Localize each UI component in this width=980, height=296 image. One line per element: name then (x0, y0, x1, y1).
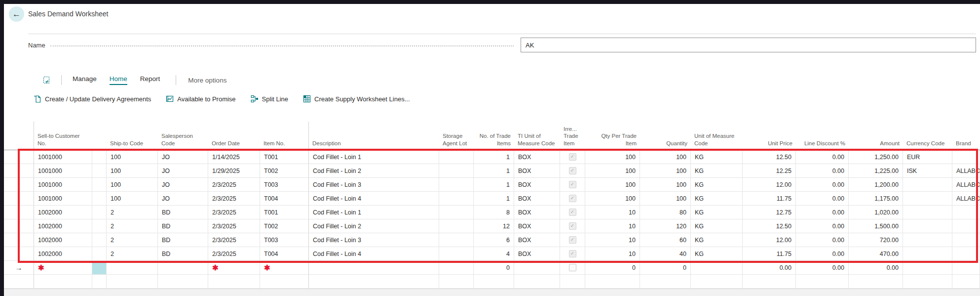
cell-quantity[interactable]: 100 (640, 164, 691, 177)
cell-sell-to-customer-no[interactable]: ✱ (34, 261, 92, 274)
cell-brand[interactable]: ALLABO (952, 164, 980, 177)
cell-irrevocable-trade-item[interactable] (560, 261, 585, 274)
cell-ship-to-code[interactable]: 2 (107, 219, 158, 233)
cell-unit-price[interactable]: 12.50 (743, 219, 796, 233)
cell-ti-unit-of-measure-code[interactable]: BOX (514, 219, 560, 233)
cell-quantity[interactable]: 60 (640, 233, 691, 247)
cell-irrevocable-trade-item[interactable]: ✓ (560, 192, 585, 205)
cell-irrevocable-trade-item[interactable]: ✓ (560, 206, 585, 219)
cell-storage-agent-lot[interactable] (439, 192, 474, 205)
cell-order-date[interactable]: 1/14/2025 (208, 150, 260, 164)
column-header-currency-code[interactable]: Currency Code (903, 122, 952, 150)
cell-storage-agent-lot[interactable] (439, 164, 474, 177)
cell-amount[interactable]: 1,225.00 (849, 164, 903, 177)
cell-quantity[interactable]: 0 (640, 261, 691, 274)
irrevocable-trade-item-checkbox[interactable]: ✓ (569, 250, 576, 257)
cell-unit-price[interactable]: 12.75 (743, 206, 796, 219)
cell-qty-per-trade-item[interactable]: 10 (585, 247, 640, 260)
cell-no-of-trade-items[interactable]: 0 (474, 261, 514, 274)
cell-item-no[interactable]: T004 (260, 247, 309, 260)
cell-irrevocable-trade-item[interactable]: ✓ (560, 164, 585, 177)
cell-description[interactable]: Cod Fillet - Loin 3 (309, 178, 439, 191)
cell-amount[interactable]: 1,200.00 (849, 178, 903, 191)
cell-unit-of-measure-code[interactable]: KG (691, 150, 743, 164)
column-header-item-no[interactable]: Item No. (260, 122, 309, 150)
column-header-ti-unit-of-measure-code[interactable]: TI Unit of Measure Code (514, 122, 560, 150)
cell-quantity[interactable]: 40 (640, 247, 691, 260)
cell-ti-unit-of-measure-code[interactable]: BOX (514, 247, 560, 260)
cell-order-date[interactable]: 1/29/2025 (208, 164, 260, 177)
cell-ship-to-code[interactable]: 100 (107, 150, 158, 164)
column-header-unit-of-measure-code[interactable]: Unit of Measure Code (691, 122, 743, 150)
cell-sell-to-customer-no[interactable]: 1002000 (34, 247, 92, 260)
cell-storage-agent-lot[interactable] (439, 178, 474, 191)
cell-ti-unit-of-measure-code[interactable]: BOX (514, 192, 560, 205)
cell-quantity[interactable]: 80 (640, 206, 691, 219)
cell-amount[interactable]: 470.00 (849, 247, 903, 260)
create-update-delivery-agreements-button[interactable]: Create / Update Delivery Agreements (34, 95, 151, 103)
cell-sell-to-customer-no[interactable]: 1001000 (34, 178, 92, 191)
cell-description[interactable]: Cod Fillet - Loin 3 (309, 233, 439, 247)
irrevocable-trade-item-checkbox[interactable]: ✓ (569, 236, 576, 244)
cell-line-discount-pct[interactable]: 0.00 (796, 164, 849, 177)
cell-amount[interactable]: 1,500.00 (849, 219, 903, 233)
tab-manage[interactable]: Manage (73, 75, 97, 85)
cell-no-of-trade-items[interactable]: 1 (474, 164, 514, 177)
cell-description[interactable]: Cod Fillet - Loin 2 (309, 164, 439, 177)
irrevocable-trade-item-checkbox[interactable]: ✓ (569, 181, 576, 188)
cell-description[interactable]: Cod Fillet - Loin 4 (309, 192, 439, 205)
cell-line-discount-pct[interactable]: 0.00 (796, 206, 849, 219)
cell-no-of-trade-items[interactable]: 1 (474, 150, 514, 164)
cell-line-discount-pct[interactable]: 0.00 (796, 247, 849, 260)
cell-quantity[interactable]: 100 (640, 178, 691, 191)
cell-sell-to-customer-no[interactable]: 1002000 (34, 206, 92, 219)
cell-quantity[interactable]: 100 (640, 150, 691, 164)
cell-currency-code[interactable] (903, 192, 952, 205)
column-header-irrevocable-trade-item[interactable]: Irre... Trade Item (560, 122, 585, 150)
cell-row-selector[interactable] (4, 206, 34, 219)
cell-unit-of-measure-code[interactable]: KG (691, 219, 743, 233)
column-header-description[interactable]: Description (309, 122, 439, 150)
cell-irrevocable-trade-item[interactable]: ✓ (560, 233, 585, 247)
cell-amount[interactable]: 0.00 (849, 261, 903, 274)
cell-indicator[interactable] (92, 178, 107, 191)
cell-ship-to-code[interactable] (107, 261, 158, 274)
cell-brand[interactable] (952, 219, 980, 233)
cell-sell-to-customer-no[interactable]: 1002000 (34, 219, 92, 233)
cell-qty-per-trade-item[interactable]: 100 (585, 150, 640, 164)
cell-sell-to-customer-no[interactable]: 1001000 (34, 192, 92, 205)
focused-cell[interactable] (92, 261, 107, 274)
cell-line-discount-pct[interactable]: 0.00 (796, 233, 849, 247)
cell-row-selector[interactable] (4, 164, 34, 177)
cell-item-no[interactable]: T003 (260, 178, 309, 191)
cell-item-no[interactable]: ✱ (260, 261, 309, 274)
cell-unit-of-measure-code[interactable]: KG (691, 233, 743, 247)
cell-item-no[interactable]: T001 (260, 150, 309, 164)
cell-line-discount-pct[interactable]: 0.00 (796, 150, 849, 164)
cell-item-no[interactable]: T001 (260, 206, 309, 219)
cell-brand[interactable] (952, 247, 980, 260)
cell-description[interactable] (309, 261, 439, 274)
cell-item-no[interactable]: T003 (260, 233, 309, 247)
cell-unit-of-measure-code[interactable]: KG (691, 206, 743, 219)
tab-report[interactable]: Report (140, 75, 160, 85)
cell-item-no[interactable]: T002 (260, 164, 309, 177)
cell-unit-of-measure-code[interactable]: KG (691, 247, 743, 260)
cell-ship-to-code[interactable]: 2 (107, 233, 158, 247)
irrevocable-trade-item-checkbox[interactable]: ✓ (569, 195, 576, 202)
cell-unit-price[interactable]: 12.25 (743, 164, 796, 177)
irrevocable-trade-item-checkbox[interactable]: ✓ (569, 209, 576, 216)
cell-no-of-trade-items[interactable]: 1 (474, 178, 514, 191)
cell-amount[interactable]: 1,175.00 (849, 192, 903, 205)
cell-currency-code[interactable]: EUR (903, 150, 952, 164)
column-header-sell-to-customer-no[interactable]: Sell-to Customer No. (34, 122, 92, 150)
cell-qty-per-trade-item[interactable]: 100 (585, 164, 640, 177)
cell-indicator[interactable] (92, 150, 107, 164)
cell-description[interactable]: Cod Fillet - Loin 1 (309, 150, 439, 164)
cell-amount[interactable]: 720.00 (849, 233, 903, 247)
cell-indicator[interactable] (92, 192, 107, 205)
cell-ti-unit-of-measure-code[interactable]: BOX (514, 150, 560, 164)
cell-indicator[interactable] (92, 219, 107, 233)
cell-brand[interactable]: ALLABO (952, 178, 980, 191)
cell-indicator[interactable] (92, 233, 107, 247)
